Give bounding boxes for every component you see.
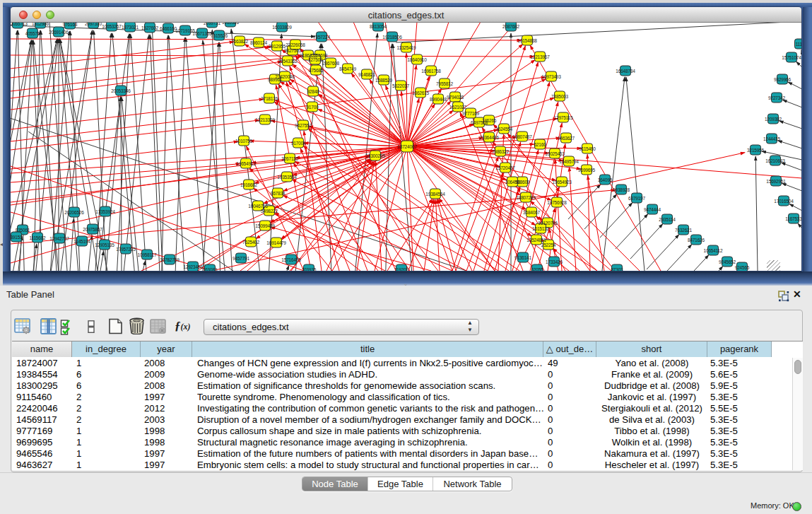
svg-text:2867608: 2867608 [322,61,339,66]
svg-text:1312986: 1312986 [32,23,49,26]
svg-text:1615132: 1615132 [532,226,549,231]
svg-text:9427552: 9427552 [295,123,312,128]
svg-text:5498222: 5498222 [261,209,278,214]
svg-text:3215955: 3215955 [747,148,764,153]
svg-text:2935114: 2935114 [659,217,676,222]
svg-text:119203: 119203 [394,267,409,271]
svg-text:62160: 62160 [534,142,546,147]
svg-text:9115460: 9115460 [579,146,596,151]
svg-text:252254: 252254 [541,243,556,247]
svg-text:20691406: 20691406 [49,30,69,35]
svg-text:15751074: 15751074 [782,55,801,60]
svg-text:746266: 746266 [482,118,497,123]
svg-text:917004: 917004 [291,141,306,146]
svg-text:7663822: 7663822 [231,39,248,44]
svg-text:9474444: 9474444 [644,207,661,212]
svg-text:10154838: 10154838 [517,38,537,43]
svg-text:1115682: 1115682 [30,235,47,240]
svg-text:18300295: 18300295 [365,153,385,158]
svg-text:16495794: 16495794 [559,159,579,164]
svg-text:2099731: 2099731 [204,23,220,25]
svg-text:8990448: 8990448 [430,97,447,102]
svg-text:16210643: 16210643 [765,158,785,163]
svg-text:3267110: 3267110 [281,156,298,161]
svg-text:10046766: 10046766 [248,204,268,209]
svg-text:1117: 1117 [796,42,801,47]
svg-text:2097310: 2097310 [85,23,102,26]
svg-text:20364436: 20364436 [479,135,499,140]
svg-text:13524851: 13524851 [526,238,546,243]
svg-text:7357224: 7357224 [313,35,330,40]
svg-text:87303: 87303 [611,267,623,271]
svg-text:19756928: 19756928 [547,200,567,205]
svg-text:12975115: 12975115 [554,115,573,120]
svg-text:7632621: 7632621 [675,228,692,233]
svg-text:18640910: 18640910 [407,57,427,62]
svg-text:9777169: 9777169 [462,111,479,116]
svg-text:9136141: 9136141 [514,255,531,260]
svg-text:19654923: 19654923 [552,180,572,185]
svg-text:17016504: 17016504 [774,199,794,204]
svg-text:8471626: 8471626 [688,238,705,243]
svg-text:92848: 92848 [307,89,319,94]
svg-text:16543362: 16543362 [278,59,298,64]
svg-text:8938928: 8938928 [613,187,630,192]
svg-text:1362615: 1362615 [412,90,429,95]
svg-text:6466160: 6466160 [160,26,177,31]
svg-text:16961758: 16961758 [421,69,441,74]
svg-text:39151: 39151 [11,235,23,240]
svg-text:10654112: 10654112 [704,248,723,253]
svg-text:9245652: 9245652 [719,259,736,264]
svg-text:15716485: 15716485 [281,257,301,262]
svg-text:164095: 164095 [598,177,613,182]
svg-text:1527602: 1527602 [141,25,158,30]
svg-text:18807249: 18807249 [516,195,536,200]
svg-text:1010755: 1010755 [235,139,252,144]
svg-text:1873021: 1873021 [122,25,139,30]
svg-text:9827503: 9827503 [284,48,301,53]
svg-text:10653267: 10653267 [102,24,122,29]
svg-text:2718176: 2718176 [261,96,278,101]
svg-text:9227342: 9227342 [768,95,785,100]
svg-text:9146821: 9146821 [358,72,375,77]
svg-text:163083: 163083 [203,267,218,271]
svg-text:11325419: 11325419 [397,45,416,50]
svg-text:19654913: 19654913 [236,161,256,166]
svg-text:7986322: 7986322 [492,149,509,154]
svg-text:17957225: 17957225 [116,247,136,252]
svg-text:8454749: 8454749 [339,66,356,71]
svg-text:10025453: 10025453 [545,151,565,156]
svg-text:103935: 103935 [302,267,317,271]
svg-text:10973493: 10973493 [541,74,561,79]
svg-text:405571: 405571 [25,31,40,36]
svg-text:19353594: 19353594 [277,175,297,180]
svg-text:62055: 62055 [531,267,543,271]
svg-text:15720407: 15720407 [495,165,515,170]
svg-text:1145194: 1145194 [73,239,90,244]
svg-text:8960124: 8960124 [250,40,267,45]
svg-text:1244415: 1244415 [763,136,780,141]
svg-text:23226058: 23226058 [286,42,305,47]
svg-text:875685: 875685 [309,68,324,73]
svg-text:10671355: 10671355 [192,31,212,36]
svg-text:7955812: 7955812 [436,81,453,86]
svg-text:7625402: 7625402 [242,240,259,245]
svg-text:12942737: 12942737 [49,236,69,241]
svg-text:10958117: 10958117 [138,252,157,257]
svg-text:976163: 976163 [63,23,78,27]
svg-text:12055713: 12055713 [11,23,28,26]
svg-text:9463627: 9463627 [558,136,575,141]
svg-text:18724007: 18724007 [397,144,417,149]
svg-text:6379197: 6379197 [628,196,645,201]
svg-text:924565: 924565 [735,265,750,270]
svg-text:91700: 91700 [306,105,319,110]
svg-text:20053346: 20053346 [111,88,131,93]
svg-text:19384554: 19384554 [425,192,445,197]
svg-text:1167533: 1167533 [785,216,801,221]
svg-text:1588520: 1588520 [375,78,392,83]
svg-text:9457791: 9457791 [233,256,249,261]
svg-text:2087682: 2087682 [502,24,519,29]
svg-text:989961: 989961 [268,77,283,82]
svg-text:12213369: 12213369 [255,117,275,122]
svg-text:127503: 127503 [308,57,323,62]
